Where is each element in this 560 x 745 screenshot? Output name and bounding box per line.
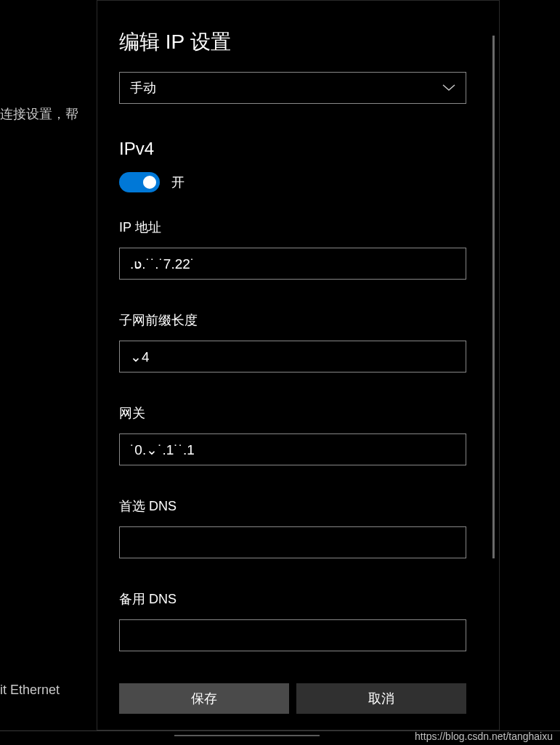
- subnet-prefix-input[interactable]: [119, 341, 466, 372]
- scrollbar[interactable]: [492, 36, 495, 558]
- subnet-prefix-label: 子网前缀长度: [119, 312, 477, 329]
- background-text-ethernet: it Ethernet: [0, 683, 60, 698]
- alternate-dns-input[interactable]: [119, 619, 466, 651]
- ip-settings-dialog: 编辑 IP 设置 手动 IPv4 开 IP 地址 子网前缀长度 网关 首选 DN…: [97, 0, 500, 730]
- ipv4-toggle[interactable]: [119, 172, 160, 192]
- save-button[interactable]: 保存: [119, 683, 289, 714]
- dialog-button-row: 保存 取消: [119, 683, 466, 714]
- gateway-input[interactable]: [119, 433, 466, 465]
- gateway-label: 网关: [119, 404, 477, 422]
- preferred-dns-field: 首选 DNS: [119, 497, 477, 558]
- cancel-button[interactable]: 取消: [296, 683, 466, 714]
- dropdown-selected-label: 手动: [130, 79, 156, 97]
- toggle-knob: [143, 176, 156, 189]
- ip-mode-dropdown[interactable]: 手动: [119, 72, 466, 104]
- preferred-dns-input[interactable]: [119, 526, 466, 558]
- ipv4-section-header: IPv4: [119, 139, 477, 159]
- ip-address-label: IP 地址: [119, 219, 477, 236]
- alternate-dns-field: 备用 DNS: [119, 590, 477, 651]
- alternate-dns-label: 备用 DNS: [119, 590, 477, 608]
- watermark-text: https://blog.csdn.net/tanghaixu: [415, 730, 553, 742]
- ipv4-toggle-label: 开: [171, 174, 184, 191]
- bottom-strip: [174, 735, 320, 736]
- preferred-dns-label: 首选 DNS: [119, 497, 477, 515]
- gateway-field: 网关: [119, 404, 477, 465]
- dialog-title: 编辑 IP 设置: [119, 28, 477, 56]
- chevron-down-icon: [442, 84, 455, 91]
- ip-address-input[interactable]: [119, 248, 466, 280]
- ip-address-field: IP 地址: [119, 219, 477, 280]
- background-text-connection: 连接设置，帮: [0, 105, 78, 123]
- subnet-prefix-field: 子网前缀长度: [119, 312, 477, 372]
- ipv4-toggle-row: 开: [119, 172, 477, 192]
